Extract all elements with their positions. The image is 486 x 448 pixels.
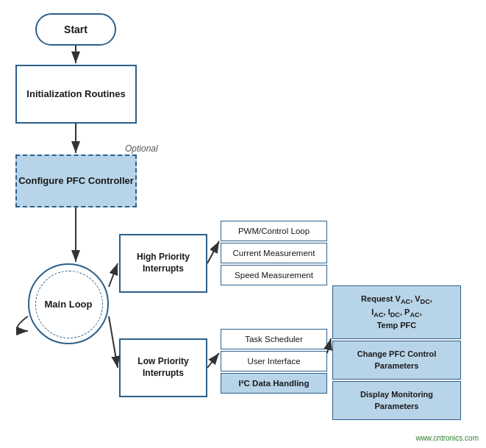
pwm-group: PWM/Control Loop Current Measurement Spe… (221, 221, 327, 285)
pfc-info-box: Request VAC, VDC,IAC, IDC, PAC,Temp PFC … (332, 285, 461, 420)
pfc-info-item-3: Display Monitoring Parameters (332, 381, 461, 420)
watermark: www.cntronics.com (415, 434, 479, 442)
pwm-item-2: Current Measurement (221, 243, 327, 263)
main-loop-label: Main Loop (45, 299, 93, 310)
init-label: Initialization Routines (26, 88, 125, 101)
pfc-info-item-1: Request VAC, VDC,IAC, IDC, PAC,Temp PFC (332, 285, 461, 339)
task-item-1: Task Scheduler (221, 329, 327, 349)
init-routines-box: Initialization Routines (15, 65, 137, 124)
task-item-2: User Interface (221, 351, 327, 371)
diagram: Start Initialization Routines Optional C… (0, 0, 486, 448)
svg-line-8 (207, 353, 219, 368)
pfc-info-item-2: Change PFC Control Parameters (332, 341, 461, 380)
task-item-3: I²C Data Handling (221, 373, 327, 394)
start-label: Start (64, 24, 87, 35)
svg-line-6 (109, 316, 118, 368)
svg-line-5 (109, 263, 118, 287)
low-priority-label: Low Priority Interrupts (121, 356, 206, 379)
task-group: Task Scheduler User Interface I²C Data H… (221, 329, 327, 394)
svg-line-7 (207, 241, 219, 263)
pfc-controller-box: Configure PFC Controller (15, 154, 137, 207)
high-priority-box: High Priority Interrupts (119, 234, 207, 293)
svg-line-9 (327, 338, 331, 353)
main-loop-circle: Main Loop (28, 263, 109, 344)
optional-label: Optional (125, 143, 158, 154)
low-priority-box: Low Priority Interrupts (119, 338, 207, 397)
high-priority-label: High Priority Interrupts (121, 252, 206, 274)
pwm-item-3: Speed Measurement (221, 265, 327, 285)
start-node: Start (35, 13, 116, 46)
pfc-controller-label: Configure PFC Controller (18, 175, 134, 188)
pwm-item-1: PWM/Control Loop (221, 221, 327, 241)
